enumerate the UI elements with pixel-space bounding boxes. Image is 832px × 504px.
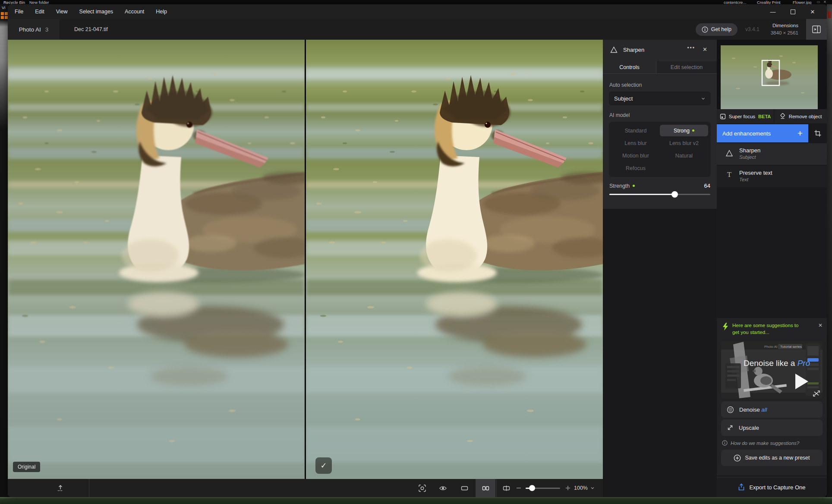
denoise-suggestion-button[interactable]: Denoise all <box>721 401 823 418</box>
auto-selection-label: Auto selection <box>609 82 642 88</box>
tutorial-video-thumbnail[interactable]: Photo AI Tutorial series Denoise like a … <box>721 341 823 398</box>
model-standard[interactable]: Standard <box>611 125 660 136</box>
model-refocus[interactable]: Refocus <box>611 162 660 174</box>
chevron-down-icon <box>590 486 595 490</box>
strength-slider-handle[interactable] <box>671 191 678 198</box>
add-enhancements-label: Add enhancements <box>722 130 771 137</box>
menu-edit[interactable]: Edit <box>35 9 44 15</box>
auto-selection-value: Subject <box>614 95 633 102</box>
maximize-button[interactable] <box>783 4 803 19</box>
preview-toggle-button[interactable] <box>435 479 451 497</box>
chevron-down-icon <box>701 96 706 101</box>
model-lens-blur[interactable]: Lens blur <box>611 137 660 149</box>
zoom-level-dropdown[interactable]: 100% <box>574 479 595 497</box>
header-right-cluster: Get help v3.4.1 Dimensions 3840 × 2561 <box>696 19 827 40</box>
collapse-panel-button[interactable] <box>806 19 827 40</box>
desktop-app-icon[interactable] <box>1 12 8 19</box>
desktop-partial-icon <box>828 11 831 18</box>
single-view-button[interactable] <box>457 479 472 497</box>
compare-panes: Original ✓ <box>8 40 603 479</box>
super-focus-button[interactable]: Super focus BETA <box>717 109 774 123</box>
thumbnail-image <box>721 45 818 109</box>
dimensions-block: Dimensions 3840 × 2561 <box>771 22 798 37</box>
crop-button[interactable] <box>808 124 827 142</box>
close-button[interactable]: ✕ <box>803 4 823 19</box>
titlebar: File Edit View Select images Account Hel… <box>8 4 827 19</box>
zoom-level-value: 100% <box>574 485 588 491</box>
strength-value: 64 <box>704 183 710 189</box>
share-button[interactable] <box>53 479 68 497</box>
video-series-text: Tutorial series <box>780 345 802 349</box>
enhancement-name: Preserve text <box>739 170 772 176</box>
how-suggestions-link[interactable]: How do we make suggestions? <box>722 440 799 446</box>
zoom-slider[interactable] <box>526 488 560 489</box>
model-natural[interactable]: Natural <box>660 150 708 161</box>
preserve-text-icon: T <box>724 170 734 179</box>
denoise-label: Denoise <box>739 406 760 413</box>
beta-badge: BETA <box>758 114 771 119</box>
zoom-in-button[interactable] <box>563 479 573 497</box>
enhancement-item-sharpen[interactable]: Sharpen Subject <box>717 143 827 165</box>
model-grid-empty-cell <box>660 162 708 174</box>
window-controls: — ✕ <box>763 4 823 19</box>
enhancement-name: Sharpen <box>739 147 760 154</box>
side-by-side-icon <box>482 484 490 492</box>
ai-model-label: AI model <box>609 112 630 118</box>
split-view-icon <box>502 484 511 492</box>
sharpen-panel-column: Sharpen ••• ✕ Controls Edit selection Au… <box>603 40 717 497</box>
desktop-left-strip <box>0 4 8 497</box>
model-lens-blur-v2[interactable]: Lens blur v2 <box>660 137 708 149</box>
eye-icon <box>439 484 447 492</box>
crop-icon <box>814 129 822 137</box>
filename-tab[interactable]: Dec 21-047.tif <box>74 26 108 32</box>
menu-view[interactable]: View <box>56 9 68 15</box>
focus-view-button[interactable] <box>414 479 430 497</box>
dimensions-value: 3840 × 2561 <box>771 29 798 37</box>
upload-icon <box>57 484 64 492</box>
modified-dot <box>692 129 694 132</box>
tab-edit-selection[interactable]: Edit selection <box>656 61 717 73</box>
app-version: v3.4.1 <box>745 26 760 32</box>
menu-file[interactable]: File <box>15 9 23 15</box>
panel-close-button[interactable]: ✕ <box>703 46 707 53</box>
main-area: Original ✓ <box>8 40 827 497</box>
model-motion-blur[interactable]: Motion blur <box>611 150 660 161</box>
original-image-pane[interactable]: Original <box>8 40 305 479</box>
canvas-column: Original ✓ <box>8 40 603 497</box>
globe-dots-icon <box>727 406 734 413</box>
tab-controls[interactable]: Controls <box>603 61 656 73</box>
minimize-button[interactable]: — <box>763 4 783 19</box>
side-by-side-view-button[interactable] <box>478 479 493 497</box>
menu-account[interactable]: Account <box>125 9 144 15</box>
suggestions-close-button[interactable]: ✕ <box>818 322 823 328</box>
auto-selection-dropdown[interactable]: Subject <box>609 91 711 105</box>
get-help-button[interactable]: Get help <box>696 23 737 36</box>
sharpen-triangle-icon <box>610 46 618 54</box>
ai-model-grid: Standard Strong Lens blur Lens blur v2 M… <box>609 122 711 177</box>
photo-ai-window: File Edit View Select images Account Hel… <box>8 4 827 497</box>
desktop-background: Recycle Bin New folder contentcre... Cre… <box>0 0 832 4</box>
split-view-button[interactable] <box>498 479 514 497</box>
panel-menu-button[interactable]: ••• <box>687 45 695 51</box>
desktop-partial-label: Vi <box>2 5 5 10</box>
enhanced-image-pane[interactable]: ✓ <box>306 40 603 479</box>
strength-slider[interactable] <box>609 194 710 195</box>
menu-help[interactable]: Help <box>156 9 167 15</box>
zoom-out-button[interactable] <box>514 479 524 497</box>
menu-select-images[interactable]: Select images <box>79 9 113 15</box>
export-icon <box>738 483 745 491</box>
add-enhancements-button[interactable]: Add enhancements + <box>717 124 808 142</box>
save-preset-button[interactable]: Save edits as a new preset <box>721 450 823 466</box>
sharpen-panel-title: Sharpen <box>623 47 644 53</box>
navigation-thumbnail[interactable] <box>717 40 827 109</box>
enhancement-item-preserve-text[interactable]: T Preserve text Text <box>717 166 827 187</box>
export-button[interactable]: Export to Capture One <box>717 477 827 497</box>
remove-object-button[interactable]: Remove object <box>774 109 827 123</box>
zoom-slider-handle[interactable] <box>529 485 535 491</box>
strength-label: Strength <box>609 183 630 189</box>
upscale-suggestion-button[interactable]: Upscale <box>721 419 823 436</box>
model-strong[interactable]: Strong <box>660 125 708 136</box>
suggestions-panel: Here are some suggestions to get you sta… <box>717 318 827 476</box>
how-suggestions-text: How do we make suggestions? <box>731 441 799 446</box>
modified-dot <box>633 185 635 187</box>
